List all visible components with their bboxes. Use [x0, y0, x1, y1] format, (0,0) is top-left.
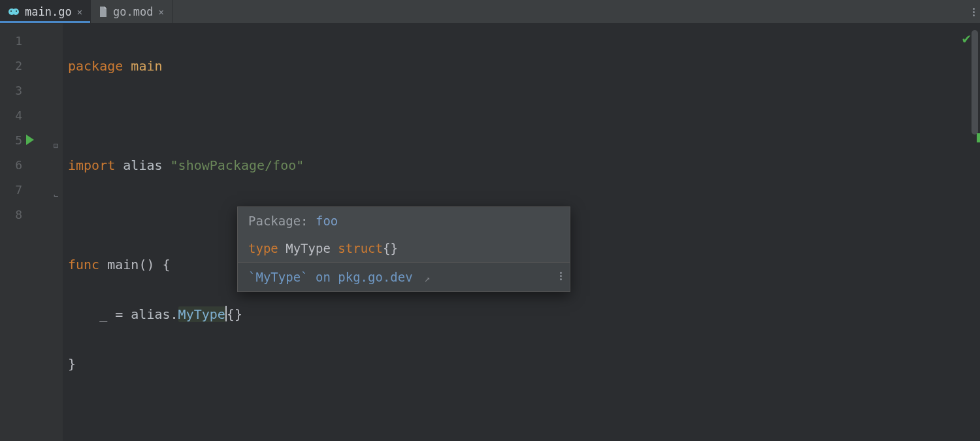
tok-alias: alias [131, 306, 170, 322]
tok-keyword: import [68, 157, 115, 173]
line-number: 1 [0, 29, 63, 54]
fold-end-icon[interactable]: ⌙ [54, 183, 58, 208]
tok-struct: struct [338, 241, 383, 255]
doc-link-text: `MyType` on pkg.go.dev [248, 270, 413, 284]
fold-icon[interactable]: ⊟ [54, 133, 58, 158]
tab-label: go.mod [113, 5, 153, 18]
top-code-area[interactable]: 1 2 3 4 5 6 7 8 ⊟ ⌙ package main import … [0, 24, 980, 441]
line-number: 4 [0, 103, 63, 128]
file-icon [99, 7, 108, 17]
tab-label: main.go [25, 5, 72, 18]
inspection-ok-icon[interactable]: ✔ [962, 30, 971, 46]
svg-point-2 [10, 10, 12, 12]
tok-package-name: main [131, 58, 162, 74]
tabbar-more-icon[interactable] [973, 0, 975, 24]
go-file-icon [8, 7, 20, 16]
quick-doc-popup[interactable]: Package: foo type MyType struct{} `MyTyp… [237, 206, 570, 292]
tab-main-go[interactable]: main.go ✕ [0, 0, 91, 23]
tok-keyword: func [68, 257, 99, 272]
tok-braces: {} [227, 306, 242, 322]
top-editor: main.go ✕ go.mod ✕ 1 2 3 4 5 6 [0, 0, 980, 441]
run-gutter-icon[interactable] [26, 135, 34, 145]
tok-indent: _ = [68, 306, 131, 322]
svg-point-3 [16, 10, 17, 12]
line-number: 2 [0, 54, 63, 78]
change-marker [977, 133, 980, 142]
top-tabbar: main.go ✕ go.mod ✕ [0, 0, 980, 24]
tok-brace: } [68, 356, 76, 372]
tok-dot: . [171, 306, 178, 322]
tab-go-mod[interactable]: go.mod ✕ [91, 0, 172, 23]
tok-keyword: type [248, 241, 278, 255]
tok-type: MyType [178, 306, 225, 322]
close-icon[interactable]: ✕ [77, 7, 82, 17]
external-link-icon: ↗ [424, 272, 430, 284]
svg-point-1 [12, 8, 19, 15]
tok-type-name: MyType [286, 241, 331, 255]
doc-declaration: type MyType struct{} [238, 235, 570, 262]
tok-alias: alias [123, 157, 162, 173]
tok-punct: () { [139, 257, 170, 272]
gutter: 1 2 3 4 5 6 7 8 ⊟ ⌙ [0, 24, 63, 441]
doc-package-name: foo [316, 214, 338, 228]
doc-package-line: Package: foo [238, 207, 570, 235]
tok-func-name: main [107, 257, 139, 272]
tok-string: "showPackage/foo" [171, 157, 304, 173]
tok-braces: {} [383, 241, 398, 255]
scrollbar-thumb[interactable] [972, 30, 978, 135]
doc-external-link[interactable]: `MyType` on pkg.go.dev ↗ [238, 262, 570, 291]
doc-more-icon[interactable] [560, 269, 562, 285]
close-icon[interactable]: ✕ [159, 7, 164, 17]
ide-root: main.go ✕ go.mod ✕ 1 2 3 4 5 6 [0, 0, 980, 441]
doc-package-label: Package: [248, 214, 308, 228]
tok-keyword: package [68, 58, 123, 74]
line-number: 3 [0, 78, 63, 103]
